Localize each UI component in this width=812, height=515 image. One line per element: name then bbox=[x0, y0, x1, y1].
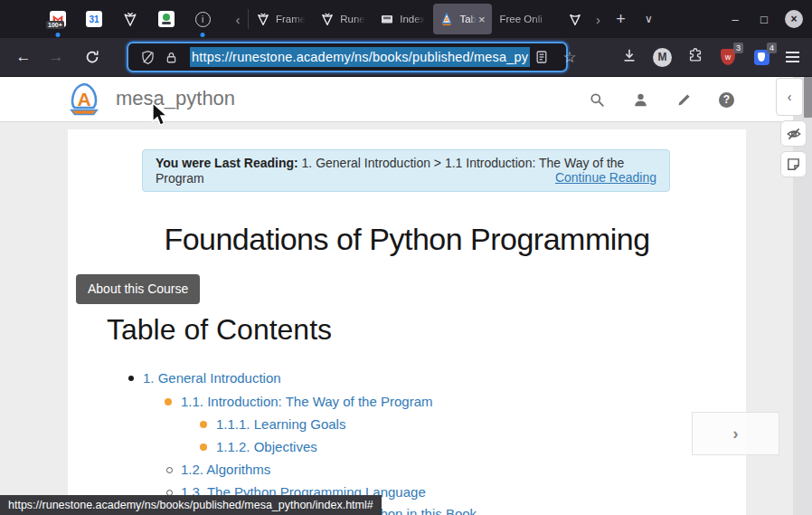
maximize-button[interactable]: □ bbox=[756, 13, 772, 26]
tab-separator bbox=[248, 9, 249, 29]
toc-link-introduction-way-of-program[interactable]: 1.1. Introduction: The Way of the Progra… bbox=[181, 394, 432, 409]
tab-rune[interactable]: Rune bbox=[314, 4, 372, 34]
annotation-sidebar-toggle[interactable]: ‹ bbox=[776, 78, 803, 116]
new-note-button[interactable] bbox=[780, 151, 807, 177]
minimize-button[interactable]: – bbox=[727, 13, 743, 26]
url-bar[interactable]: https://runestone.academy/ns/books/publi… bbox=[128, 43, 566, 71]
close-window-button[interactable]: × bbox=[785, 10, 803, 28]
tab-active-table-of-contents[interactable]: A Tab × bbox=[433, 4, 491, 34]
toc-link-learning-goals[interactable]: 1.1.1. Learning Goals bbox=[216, 416, 345, 432]
new-tab-button[interactable]: + bbox=[609, 10, 634, 29]
svg-text:A: A bbox=[77, 89, 90, 110]
tab-free-online[interactable]: Free Onli bbox=[494, 4, 562, 34]
toc-link-objectives[interactable]: 1.1.2. Objectives bbox=[216, 439, 317, 454]
toc-item: 1.1.1. Learning Goals bbox=[200, 416, 345, 433]
gmail-icon: 100+ bbox=[50, 11, 66, 27]
tab-clipped[interactable] bbox=[564, 4, 588, 34]
toc-link-general-introduction[interactable]: 1. General Introduction bbox=[143, 370, 281, 386]
pencil-icon[interactable] bbox=[675, 91, 692, 108]
toc-item: 1.1.2. Objectives bbox=[200, 439, 317, 455]
info-icon: i bbox=[195, 12, 211, 27]
content-card: You were Last Reading: 1. General Introd… bbox=[68, 129, 746, 515]
arrowhead-icon bbox=[568, 12, 582, 26]
presence-icon bbox=[158, 11, 175, 27]
reader-mode-icon[interactable] bbox=[534, 50, 549, 64]
tab-attention-dot bbox=[201, 33, 205, 37]
mouse-cursor bbox=[150, 102, 169, 130]
forward-button[interactable]: → bbox=[45, 48, 67, 66]
pinned-tab-calendar[interactable]: 31 bbox=[83, 8, 105, 30]
list-all-tabs-button[interactable]: ∨ bbox=[634, 13, 665, 25]
arrowhead-icon bbox=[256, 12, 270, 26]
toc-link-algorithms[interactable]: 1.2. Algorithms bbox=[181, 462, 270, 477]
url-input-selected-text[interactable]: https://runestone.academy/ns/books/publi… bbox=[190, 47, 530, 67]
disk-icon bbox=[380, 12, 394, 26]
about-course-button[interactable]: About this Course bbox=[76, 274, 200, 304]
last-reading-banner: You were Last Reading: 1. General Introd… bbox=[142, 149, 670, 192]
password-manager-badge: 4 bbox=[767, 43, 777, 53]
pinned-tabs: 100+ 31 i bbox=[47, 8, 228, 30]
extension-m-icon[interactable]: M bbox=[653, 48, 672, 67]
scroll-tabs-left-button[interactable]: ‹ bbox=[228, 12, 248, 27]
continue-reading-link[interactable]: Continue Reading bbox=[555, 170, 656, 186]
tab-attention-dot bbox=[56, 33, 61, 37]
last-reading-label: You were Last Reading: bbox=[156, 156, 298, 170]
lock-icon[interactable] bbox=[165, 51, 178, 64]
hide-annotations-button[interactable] bbox=[780, 120, 807, 147]
arrowhead-icon bbox=[122, 11, 138, 27]
status-bar-url: https://runestone.academy/ns/books/publi… bbox=[0, 495, 382, 515]
toc-item: 1. General Introduction bbox=[127, 370, 281, 386]
help-icon[interactable]: ? bbox=[719, 92, 734, 108]
window-controls: – □ × bbox=[727, 10, 803, 28]
menu-hamburger-icon[interactable] bbox=[786, 52, 799, 62]
scroll-tabs-right-button[interactable]: › bbox=[589, 12, 609, 27]
adblock-shield-icon[interactable]: w 3 bbox=[719, 48, 737, 66]
adblock-badge: 3 bbox=[733, 43, 743, 53]
pinned-tab-arrowhead[interactable] bbox=[119, 8, 141, 30]
downloads-icon[interactable] bbox=[621, 47, 637, 67]
toolbar-extensions: M w 3 4 bbox=[621, 47, 799, 67]
toc-item: 1.2. Algorithms bbox=[165, 462, 270, 478]
course-name[interactable]: mesa_python bbox=[116, 77, 235, 122]
tab-close-icon[interactable]: × bbox=[478, 13, 486, 26]
password-manager-shield-icon[interactable]: 4 bbox=[752, 48, 770, 66]
toc-item: 1.1. Introduction: The Way of the Progra… bbox=[165, 394, 432, 410]
svg-text:A: A bbox=[445, 15, 449, 24]
back-button[interactable]: ← bbox=[13, 48, 34, 66]
browser-tab-bar: 100+ 31 i ‹ Frame Rune bbox=[0, 0, 812, 38]
page-viewport: You were Last Reading: 1. General Introd… bbox=[0, 122, 812, 515]
runestone-favicon: A bbox=[439, 12, 454, 26]
extensions-puzzle-icon[interactable] bbox=[687, 47, 703, 67]
note-icon bbox=[786, 157, 801, 172]
toc-heading: Table of Contents bbox=[107, 313, 332, 347]
user-icon[interactable] bbox=[632, 91, 648, 108]
pinned-tab-info[interactable]: i bbox=[192, 8, 213, 30]
reload-button[interactable] bbox=[81, 50, 103, 64]
tab-index[interactable]: Index bbox=[373, 4, 431, 34]
pinned-tab-gmail[interactable]: 100+ bbox=[47, 8, 69, 30]
tracking-protection-shield-icon[interactable] bbox=[140, 50, 156, 65]
book-title: Foundations of Python Programming bbox=[68, 222, 746, 257]
bookmark-star-icon[interactable]: ☆ bbox=[562, 48, 576, 67]
search-icon[interactable] bbox=[589, 91, 605, 108]
calendar-date: 31 bbox=[89, 14, 99, 24]
tab-frame[interactable]: Frame bbox=[250, 4, 312, 34]
calendar-icon: 31 bbox=[86, 11, 102, 27]
arrowhead-icon bbox=[320, 12, 335, 26]
gmail-unread-badge: 100+ bbox=[46, 21, 64, 29]
scrollbar-thumb[interactable] bbox=[804, 77, 812, 118]
eye-slash-icon bbox=[786, 126, 802, 142]
pinned-tab-presence[interactable] bbox=[156, 8, 177, 30]
browser-nav-bar: ← → https://runestone.academy/ns/books/p… bbox=[0, 38, 812, 77]
next-page-button[interactable]: › bbox=[692, 412, 779, 455]
runestone-site-header: A mesa_python ? bbox=[0, 77, 812, 122]
runestone-logo[interactable]: A bbox=[63, 81, 105, 123]
